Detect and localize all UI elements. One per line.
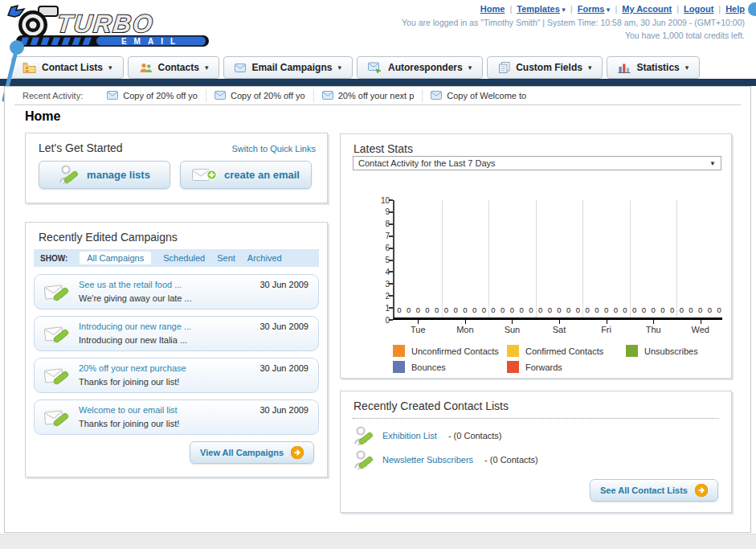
stats-report-select[interactable]: Contact Activity for the Last 7 Days ▼ bbox=[353, 156, 721, 170]
legend-swatch bbox=[507, 361, 519, 373]
campaign-date: 30 Jun 2009 bbox=[259, 363, 309, 373]
gridline bbox=[488, 200, 489, 318]
filter-sent[interactable]: Sent bbox=[217, 253, 235, 263]
content-area: Recent Activity: Copy of 20% off yoCopy … bbox=[4, 86, 751, 533]
envelope-plus-icon bbox=[192, 166, 217, 183]
gridline bbox=[442, 200, 443, 318]
login-info: You are logged in as "Timothy Smith" | S… bbox=[402, 17, 745, 43]
tab-statistics[interactable]: Statistics▾ bbox=[607, 56, 700, 79]
recent-activity-item-label: 20% off your next p bbox=[338, 91, 415, 100]
envelope-pencil-icon bbox=[44, 407, 71, 428]
value-label: 0 bbox=[407, 305, 411, 314]
switch-to-quick-links-link[interactable]: Switch to Quick Links bbox=[231, 144, 316, 154]
x-tick bbox=[418, 320, 419, 324]
nav-separator: | bbox=[676, 4, 679, 14]
tab-label: Contact Lists bbox=[42, 62, 103, 73]
create-an-email-button[interactable]: create an email bbox=[180, 161, 312, 189]
campaign-subtitle: Thanks for joining our list! bbox=[79, 417, 309, 431]
value-label: 0 bbox=[698, 305, 702, 314]
gridline bbox=[676, 200, 677, 318]
value-label: 0 bbox=[595, 305, 599, 314]
get-started-title: Let's Get Started bbox=[39, 141, 123, 154]
value-label: 0 bbox=[660, 305, 664, 314]
contact-list-item: Exhibition List- (0 Contacts) bbox=[353, 424, 538, 448]
gridline bbox=[582, 200, 583, 318]
filter-archived[interactable]: Archived bbox=[247, 253, 282, 263]
x-tick bbox=[607, 320, 607, 324]
value-label: 0 bbox=[491, 305, 495, 314]
latest-stats-title: Latest Stats bbox=[353, 142, 413, 155]
contact-list-link[interactable]: Newsletter Subscribers bbox=[382, 455, 473, 465]
see-all-contact-lists-button[interactable]: See All Contact Lists bbox=[590, 479, 718, 502]
x-tick-label: Wed bbox=[691, 325, 709, 334]
value-label: 0 bbox=[548, 305, 552, 314]
top-nav-link-logout[interactable]: Logout bbox=[684, 4, 713, 14]
get-started-buttons: manage lists create an email bbox=[39, 161, 312, 189]
legend-item: Unsubscribes bbox=[626, 345, 730, 357]
recent-activity-item[interactable]: Copy of 20% off yo bbox=[99, 89, 206, 102]
top-nav-link-templates[interactable]: Templates bbox=[517, 4, 560, 14]
legend-label: Unsubscribes bbox=[644, 346, 698, 356]
campaign-row[interactable]: See us at the retail food ...We're givin… bbox=[34, 274, 319, 309]
chevron-down-icon: ▾ bbox=[604, 6, 610, 14]
tab-custom-fields[interactable]: Custom Fields▾ bbox=[487, 56, 603, 79]
legend-item: Bounces bbox=[393, 361, 507, 373]
envelope-icon bbox=[431, 91, 442, 100]
show-label: SHOW: bbox=[40, 254, 67, 263]
recent-activity-item[interactable]: 20% off your next p bbox=[313, 89, 423, 102]
y-tick-label: 7 bbox=[370, 231, 390, 240]
campaign-row[interactable]: Welcome to our email listThanks for join… bbox=[34, 399, 319, 435]
tab-label: Email Campaigns bbox=[251, 62, 332, 73]
nav-separator: | bbox=[615, 4, 617, 14]
top-nav-link-home[interactable]: Home bbox=[480, 4, 505, 14]
people-icon bbox=[139, 62, 153, 73]
envelope-pencil-icon bbox=[44, 323, 71, 345]
turbo-email-logo[interactable]: TURBO EMAIL bbox=[6, 2, 217, 52]
person-pencil-icon bbox=[353, 425, 374, 447]
campaign-date: 30 Jun 2009 bbox=[259, 280, 309, 289]
recent-activity-item[interactable]: Copy of 20% off yo bbox=[206, 89, 313, 102]
top-nav-link-help[interactable]: Help bbox=[725, 4, 745, 14]
value-label: 0 bbox=[708, 305, 712, 314]
contact-lists: Exhibition List- (0 Contacts)Newsletter … bbox=[353, 424, 538, 472]
bar-chart-icon bbox=[618, 62, 631, 73]
legend-item: Unconfirmed Contacts bbox=[393, 345, 507, 357]
tab-email-campaigns[interactable]: Email Campaigns▾ bbox=[223, 56, 353, 79]
chart-legend: Unconfirmed ContactsConfirmed ContactsUn… bbox=[393, 345, 730, 373]
x-tick-label: Tue bbox=[411, 325, 426, 334]
x-tick-label: Thu bbox=[646, 325, 661, 334]
recent-activity-item-label: Copy of Welcome to bbox=[447, 91, 526, 100]
filter-all-campaigns[interactable]: All Campaigns bbox=[80, 252, 151, 264]
y-tick-label: 4 bbox=[370, 268, 390, 277]
create-email-label: create an email bbox=[224, 169, 300, 181]
view-all-campaigns-button[interactable]: View All Campaigns bbox=[190, 441, 314, 464]
value-label: 0 bbox=[614, 305, 618, 314]
filter-scheduled[interactable]: Scheduled bbox=[163, 253, 205, 263]
dotted-divider bbox=[353, 418, 719, 419]
value-label: 0 bbox=[529, 305, 533, 314]
y-tick bbox=[389, 271, 393, 272]
tab-autoresponders[interactable]: Autoresponders▾ bbox=[357, 56, 483, 79]
campaign-row[interactable]: Introducing our new range ...Introducing… bbox=[34, 316, 319, 351]
value-label: 0 bbox=[425, 305, 429, 314]
manage-lists-button[interactable]: manage lists bbox=[39, 161, 170, 189]
value-label: 0 bbox=[566, 305, 570, 314]
tab-contacts[interactable]: Contacts▾ bbox=[128, 56, 220, 79]
value-label: 0 bbox=[642, 305, 646, 314]
contact-list-link[interactable]: Exhibition List bbox=[382, 431, 437, 440]
value-label: 0 bbox=[501, 305, 505, 314]
y-tick bbox=[389, 248, 393, 249]
value-label: 0 bbox=[557, 305, 561, 314]
campaign-list: See us at the retail food ...We're givin… bbox=[34, 274, 319, 441]
y-tick bbox=[389, 199, 393, 201]
top-nav-link-my-account[interactable]: My Account bbox=[622, 4, 672, 14]
y-tick bbox=[389, 260, 393, 261]
legend-label: Unconfirmed Contacts bbox=[411, 346, 499, 356]
top-nav-link-forms[interactable]: Forms bbox=[578, 4, 605, 14]
campaign-row[interactable]: 20% off your next purchaseThanks for joi… bbox=[34, 358, 319, 393]
value-label: 0 bbox=[632, 305, 636, 314]
legend-label: Confirmed Contacts bbox=[525, 346, 603, 356]
y-tick bbox=[389, 295, 393, 297]
tab-label: Contacts bbox=[158, 62, 199, 73]
recent-activity-item[interactable]: Copy of Welcome to bbox=[422, 89, 534, 102]
